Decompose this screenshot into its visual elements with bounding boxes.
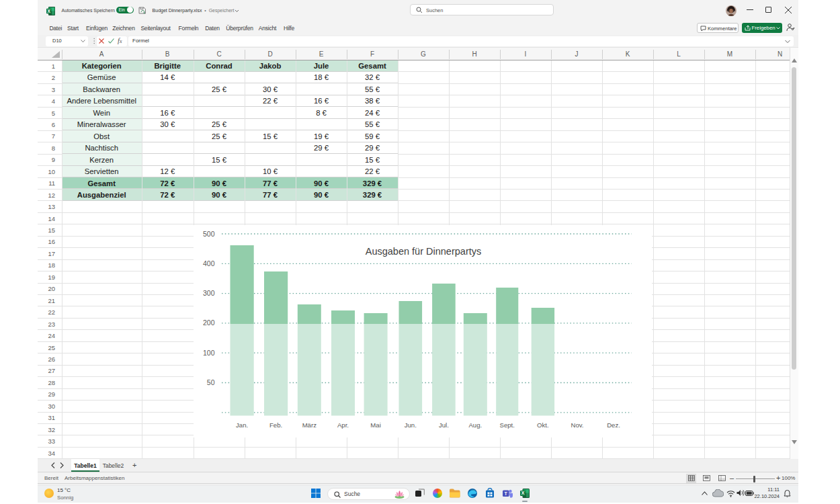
svg-text:50: 50 (207, 378, 215, 386)
svg-text:Mai: Mai (370, 421, 380, 429)
svg-text:Okt.: Okt. (537, 421, 549, 429)
svg-text:Aug.: Aug. (468, 421, 482, 429)
svg-text:Jan.: Jan. (236, 421, 248, 429)
svg-text:Jun.: Jun. (405, 421, 417, 429)
svg-text:Nov.: Nov. (571, 421, 583, 429)
svg-text:400: 400 (203, 259, 215, 267)
svg-text:X: X (48, 8, 51, 13)
svg-text:500: 500 (203, 230, 215, 238)
svg-text:300: 300 (203, 289, 215, 297)
svg-text:März: März (302, 421, 317, 429)
svg-text:Ausgaben für Dinnerpartys: Ausgaben für Dinnerpartys (366, 246, 482, 257)
svg-text:X: X (521, 491, 525, 495)
svg-text:Jul.: Jul. (439, 421, 449, 429)
svg-text:T: T (505, 491, 508, 496)
svg-text:100: 100 (203, 349, 215, 357)
svg-text:200: 200 (203, 319, 215, 327)
svg-text:Sept.: Sept. (499, 421, 514, 429)
svg-text:Apr.: Apr. (337, 421, 349, 429)
svg-text:Dez.: Dez. (607, 421, 620, 429)
svg-text:Feb.: Feb. (269, 421, 282, 429)
